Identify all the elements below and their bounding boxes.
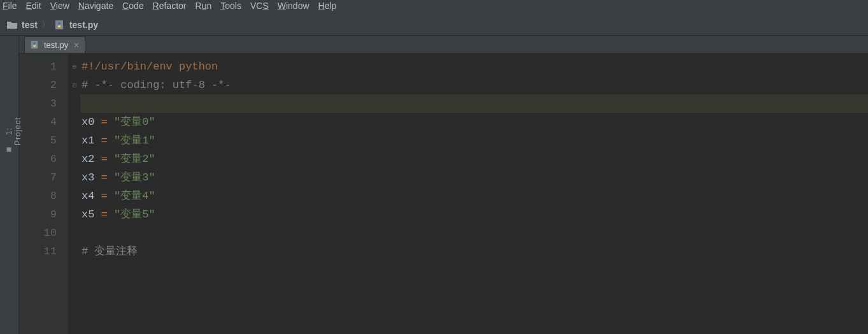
menu-view[interactable]: View: [50, 0, 69, 14]
code-line[interactable]: x0 = "变量0": [80, 113, 868, 131]
menu-window[interactable]: Window: [278, 0, 309, 14]
menu-bar: File Edit View Navigate Code Refactor Ru…: [0, 0, 868, 14]
tool-window-bar-left: 1: Project ■: [0, 36, 19, 334]
menu-edit[interactable]: Edit: [26, 0, 41, 14]
line-number[interactable]: 10: [19, 224, 68, 242]
line-number[interactable]: 8: [19, 187, 68, 205]
menu-run[interactable]: Run: [196, 0, 212, 14]
tab-label: test.py: [44, 40, 68, 50]
python-file-icon: [30, 40, 40, 50]
line-number[interactable]: 11: [19, 242, 68, 261]
line-number[interactable]: 5: [19, 131, 68, 150]
fold-mark: [69, 224, 80, 242]
code-line[interactable]: # -*- coding: utf-8 -*-: [80, 76, 868, 94]
line-number[interactable]: 7: [19, 168, 68, 187]
code-content[interactable]: #!/usr/bin/env python# -*- coding: utf-8…: [80, 54, 868, 334]
breadcrumb-file[interactable]: test.py: [69, 20, 98, 30]
code-line[interactable]: [80, 224, 868, 242]
breadcrumb-folder[interactable]: test: [22, 20, 38, 30]
fold-mark: [69, 205, 80, 224]
line-number[interactable]: 4: [19, 113, 68, 131]
svg-rect-0: [55, 20, 63, 29]
fold-mark: [69, 131, 80, 150]
line-number-gutter: 1234567891011: [19, 54, 69, 334]
line-number[interactable]: 9: [19, 205, 68, 224]
menu-vcs[interactable]: VCS: [250, 0, 269, 14]
menu-code[interactable]: Code: [122, 0, 143, 14]
code-line[interactable]: x3 = "变量3": [80, 168, 868, 187]
fold-mark: [69, 168, 80, 187]
fold-mark: [69, 150, 80, 168]
code-line[interactable]: #!/usr/bin/env python: [80, 57, 868, 76]
fold-mark: ⊟: [69, 76, 80, 94]
fold-mark: ⊖: [69, 57, 80, 76]
editor-area: test.py ✕ 1234567891011 ⊖⊟ #!/usr/bin/en…: [19, 36, 868, 334]
menu-refactor[interactable]: Refactor: [153, 0, 187, 14]
breadcrumb-separator-icon: 〉: [41, 19, 50, 31]
menu-navigate[interactable]: Navigate: [78, 0, 113, 14]
svg-rect-1: [31, 40, 38, 48]
close-icon[interactable]: ✕: [72, 41, 80, 50]
line-number[interactable]: 3: [19, 94, 68, 113]
code-line[interactable]: x4 = "变量4": [80, 187, 868, 205]
fold-mark: [69, 187, 80, 205]
fold-gutter: ⊖⊟: [69, 54, 80, 334]
line-number[interactable]: 2: [19, 76, 68, 94]
breadcrumb: test 〉 test.py: [0, 14, 868, 36]
fold-mark: [69, 94, 80, 113]
code-line[interactable]: # 变量注释: [80, 242, 868, 261]
editor-body: 1234567891011 ⊖⊟ #!/usr/bin/env python# …: [19, 54, 868, 334]
folder-icon: [6, 19, 18, 31]
code-line[interactable]: x1 = "变量1": [80, 131, 868, 150]
editor-tabs: test.py ✕: [19, 36, 868, 54]
line-number[interactable]: 6: [19, 150, 68, 168]
code-line[interactable]: x2 = "变量2": [80, 150, 868, 168]
tab-test-py[interactable]: test.py ✕: [24, 36, 85, 53]
current-line-highlight: [80, 94, 868, 113]
menu-file[interactable]: File: [3, 0, 17, 14]
menu-help[interactable]: Help: [318, 0, 337, 14]
fold-mark: [69, 113, 80, 131]
menu-tools[interactable]: Tools: [220, 0, 241, 14]
project-tool-icon[interactable]: ■: [0, 144, 18, 154]
fold-mark: [69, 242, 80, 261]
python-file-icon: [54, 19, 66, 31]
line-number[interactable]: 1: [19, 57, 68, 76]
code-line[interactable]: x5 = "变量5": [80, 205, 868, 224]
